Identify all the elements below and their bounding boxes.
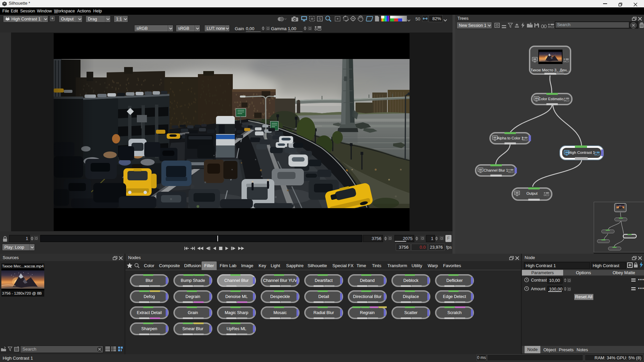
svg-text:S: S <box>319 17 321 21</box>
